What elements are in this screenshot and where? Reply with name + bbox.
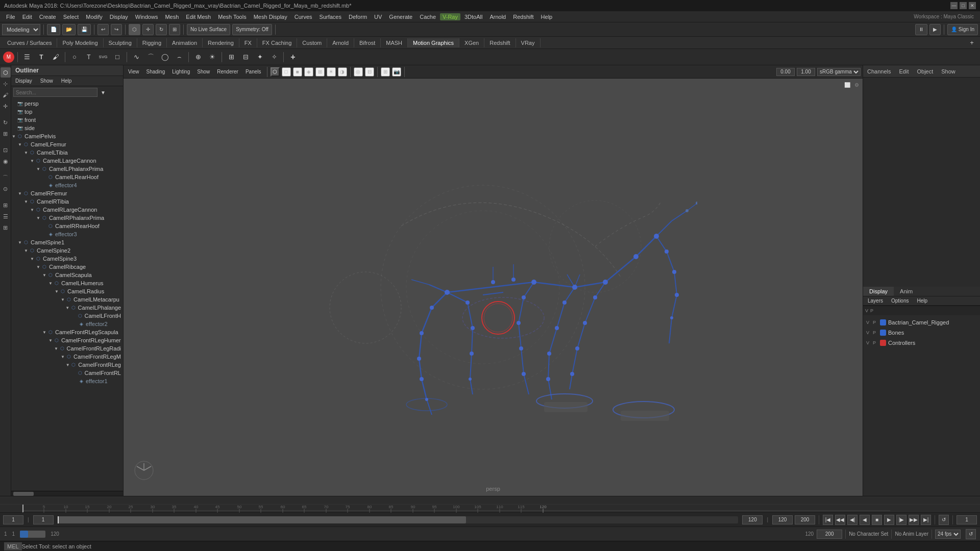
next-key-btn[interactable]: |▶ bbox=[896, 515, 906, 525]
tool-svg-btn[interactable]: SVG bbox=[97, 51, 109, 63]
stop-btn[interactable]: ■ bbox=[872, 515, 882, 525]
outliner-search-input[interactable] bbox=[13, 88, 97, 97]
tab-custom[interactable]: Custom bbox=[297, 38, 327, 47]
tool-brush-btn[interactable]: 🖌 bbox=[50, 51, 62, 63]
vp-gamma-val1[interactable] bbox=[776, 68, 795, 76]
tab-rigging[interactable]: Rigging bbox=[137, 38, 167, 47]
menu-help[interactable]: Help bbox=[538, 13, 556, 21]
tool-t2-btn[interactable]: T bbox=[83, 51, 95, 63]
vp-tex-btn[interactable]: ⊞ bbox=[315, 67, 325, 77]
frame-counter[interactable] bbox=[957, 515, 977, 524]
tree-item-effector1[interactable]: ◈ effector1 bbox=[11, 377, 123, 385]
scale-icon[interactable]: ⊞ bbox=[1, 129, 11, 139]
layer-v-controllers[interactable]: V bbox=[866, 340, 869, 345]
tree-item-CamelRRearHoof[interactable]: ⬡ CamelRRearHoof bbox=[11, 222, 123, 230]
grid-icon[interactable]: ⊞ bbox=[1, 222, 11, 233]
menu-mesh-display[interactable]: Mesh Display bbox=[251, 13, 290, 21]
move-icon[interactable]: ✛ bbox=[1, 101, 11, 111]
tab-poly-modeling[interactable]: Poly Modeling bbox=[57, 38, 103, 47]
tab-motion-graphics[interactable]: Motion Graphics bbox=[408, 38, 459, 47]
tree-item-CamelPelvis[interactable]: ▼ ⬡ CamelPelvis bbox=[11, 132, 123, 140]
display-tab[interactable]: Display bbox=[863, 287, 894, 296]
soft-sel-icon[interactable]: ◉ bbox=[1, 156, 11, 166]
save-file-btn[interactable]: 💾 bbox=[78, 24, 91, 35]
mode-selector[interactable]: Modeling bbox=[2, 24, 40, 35]
layer-p-bactrian[interactable]: P bbox=[873, 320, 876, 325]
vp-maximize-btn[interactable]: ⬜ bbox=[843, 81, 851, 89]
tool-cloth-btn[interactable]: ⊞ bbox=[225, 51, 237, 63]
menu-vray-badge[interactable]: V-Ray bbox=[440, 13, 460, 20]
vp-renderer-menu[interactable]: Renderer bbox=[214, 68, 241, 75]
list-icon[interactable]: ☰ bbox=[1, 211, 11, 221]
tab-bifrost[interactable]: Bifrost bbox=[354, 38, 381, 47]
vp-smooth-btn[interactable]: ◈ bbox=[304, 67, 313, 77]
vp-camera-toggle[interactable]: ⬡ bbox=[271, 67, 280, 77]
tree-item-CamelFrontRLegScapula[interactable]: ▼ ⬡ CamelFrontRLegScapula bbox=[11, 328, 123, 336]
prev-key-btn[interactable]: ◀| bbox=[847, 515, 857, 525]
tool-cube-btn[interactable]: □ bbox=[111, 51, 124, 63]
sign-in-btn[interactable]: 👤 Sign In bbox=[947, 24, 978, 35]
paint-tool-icon[interactable]: 🖌 bbox=[1, 90, 11, 100]
show-tab[interactable]: Show bbox=[941, 68, 955, 74]
tab-fx[interactable]: FX bbox=[239, 38, 257, 47]
tree-item-CamelFrontRLeg[interactable]: ▼ ⬡ CamelFrontRLeg bbox=[11, 361, 123, 369]
outliner-hscroll-thumb[interactable] bbox=[13, 492, 34, 496]
tree-item-CamelFrontRLegHumer[interactable]: ▼ ⬡ CamelFrontRLegHumer bbox=[11, 336, 123, 344]
tree-item-CamelRLargeCannon[interactable]: ▼ ⬡ CamelRLargeCannon bbox=[11, 206, 123, 214]
tab-sculpting[interactable]: Sculpting bbox=[104, 38, 137, 47]
tool-move-btn[interactable]: ⊕ bbox=[192, 51, 204, 63]
menu-windows[interactable]: Windows bbox=[132, 13, 161, 21]
tab-mash[interactable]: MASH bbox=[381, 38, 408, 47]
tree-item-CamelLRadius[interactable]: ▼ ⬡ CamelLRadius bbox=[11, 287, 123, 295]
tree-item-CamelSpine3[interactable]: ▼ ⬡ CamelSpine3 bbox=[11, 255, 123, 263]
vp-wire2-btn[interactable]: ⊟ bbox=[365, 67, 374, 77]
go-end-btn[interactable]: ▶| bbox=[921, 515, 931, 525]
new-file-btn[interactable]: 📄 bbox=[47, 24, 60, 35]
play-back-btn[interactable]: ◀ bbox=[860, 515, 870, 525]
add-tab-btn[interactable]: + bbox=[966, 37, 978, 49]
range-end-input[interactable] bbox=[795, 515, 815, 524]
menu-mesh-tools[interactable]: Mesh Tools bbox=[215, 13, 249, 21]
outliner-help-menu[interactable]: Help bbox=[59, 78, 74, 84]
vp-solid-btn[interactable]: ■ bbox=[293, 67, 302, 77]
playback-range-bar[interactable] bbox=[58, 516, 739, 523]
menu-cache[interactable]: Cache bbox=[416, 13, 439, 21]
tree-item-CamelScapula[interactable]: ▼ ⬡ CamelScapula bbox=[11, 271, 123, 279]
menu-3dtoall[interactable]: 3DtoAll bbox=[461, 13, 485, 21]
menu-generate[interactable]: Generate bbox=[386, 13, 415, 21]
bottom-range-end-input[interactable] bbox=[817, 530, 842, 539]
tree-item-CamelFrontRLegM[interactable]: ▼ ⬡ CamelFrontRLegM bbox=[11, 353, 123, 361]
tab-xgen[interactable]: XGen bbox=[459, 38, 484, 47]
live-surface-btn[interactable]: No Live Surface bbox=[187, 24, 230, 35]
menu-display[interactable]: Display bbox=[107, 13, 131, 21]
tab-rendering[interactable]: Rendering bbox=[203, 38, 239, 47]
layer-v-bones[interactable]: V bbox=[866, 330, 869, 335]
snap-icon[interactable]: ⊡ bbox=[1, 145, 11, 155]
menu-edit[interactable]: Edit bbox=[19, 13, 35, 21]
timeline-ticks[interactable]: 1 5 10 15 20 25 30 35 40 45 50 55 60 65 … bbox=[0, 504, 980, 512]
tree-item-CamelSpine2[interactable]: ▼ ⬡ CamelSpine2 bbox=[11, 246, 123, 255]
anim-tab[interactable]: Anim bbox=[894, 287, 919, 296]
vp-light-btn[interactable]: ☀ bbox=[327, 67, 336, 77]
end-frame-display[interactable] bbox=[742, 515, 763, 524]
tree-item-effector3[interactable]: ◈ effector3 bbox=[11, 230, 123, 238]
tree-item-CamelLTibia[interactable]: ▼ ⬡ CamelLTibia bbox=[11, 148, 123, 157]
tree-item-side[interactable]: 📷 side bbox=[11, 124, 123, 132]
close-btn[interactable]: ✕ bbox=[969, 2, 976, 9]
tool-sparkle-btn[interactable]: ✧ bbox=[268, 51, 280, 63]
layer-p-controllers[interactable]: P bbox=[873, 340, 876, 345]
outliner-hscroll[interactable] bbox=[11, 491, 123, 496]
tree-item-CamelLMetacarpu[interactable]: ▼ ⬡ CamelLMetacarpu bbox=[11, 295, 123, 304]
tree-item-persp[interactable]: 📷 persp bbox=[11, 99, 123, 108]
mode-icon[interactable]: M bbox=[3, 52, 14, 63]
tree-item-effector2[interactable]: ◈ effector2 bbox=[11, 320, 123, 328]
vp-lighting-menu[interactable]: Lighting bbox=[169, 68, 192, 75]
menu-create[interactable]: Create bbox=[36, 13, 59, 21]
minimize-btn[interactable]: — bbox=[950, 2, 958, 9]
move-tool-btn[interactable]: ✛ bbox=[142, 24, 154, 35]
layers-menu[interactable]: Layers bbox=[866, 297, 885, 304]
window-controls[interactable]: — □ ✕ bbox=[950, 2, 976, 9]
vp-gamma-select[interactable]: sRGB gamma bbox=[817, 68, 861, 76]
tree-item-CamelRTibia[interactable]: ▼ ⬡ CamelRTibia bbox=[11, 197, 123, 206]
options-menu[interactable]: Options bbox=[890, 297, 910, 304]
